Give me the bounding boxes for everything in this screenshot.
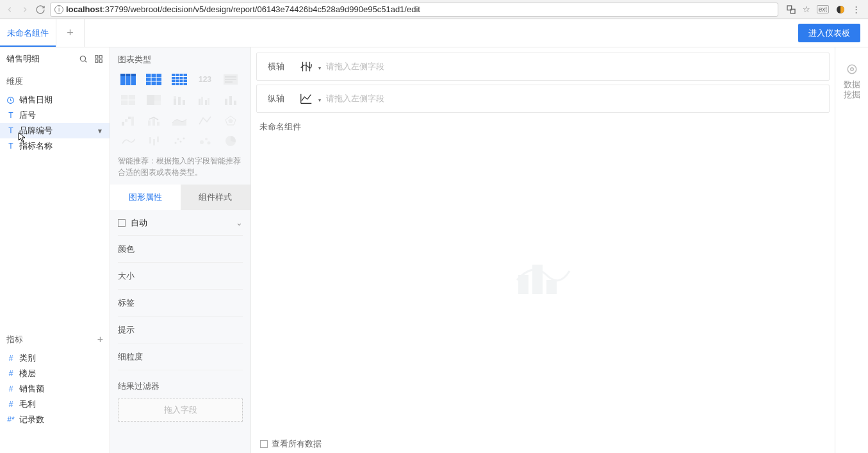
field-label: 记录数 [19, 414, 44, 425]
number-type-icon: # [6, 354, 15, 363]
grid-icon[interactable] [94, 54, 103, 63]
chart-type-treemap-icon[interactable] [143, 92, 164, 108]
tab-component-style[interactable]: 组件样式 [181, 185, 251, 210]
enter-dashboard-button[interactable]: 进入仪表板 [798, 24, 860, 42]
field-label: 店号 [19, 110, 36, 121]
chart-type-waterfall-icon[interactable] [118, 113, 138, 128]
svg-rect-42 [205, 100, 207, 105]
shape-select[interactable]: 自动 ⌄ [118, 210, 243, 236]
prop-granularity[interactable]: 细粒度 [118, 343, 243, 370]
metric-field-row[interactable]: #*记录数 [0, 412, 110, 427]
svg-rect-43 [208, 98, 209, 105]
chart-type-radar-icon[interactable] [220, 113, 241, 128]
metric-field-row[interactable]: #楼层 [0, 366, 110, 381]
chart-type-group-table-icon[interactable] [118, 72, 138, 87]
number-type-icon: # [6, 400, 15, 409]
extension-icon[interactable]: ext [817, 5, 829, 13]
field-dropdown-caret-icon[interactable]: ▼ [97, 128, 103, 135]
data-mining-panel[interactable]: 数据 挖掘 [835, 47, 868, 453]
chart-type-bar-icon[interactable] [220, 92, 241, 108]
svg-rect-38 [178, 97, 181, 105]
dim-field-row[interactable]: T 品牌编号 ▼ [0, 123, 110, 138]
show-all-data-row[interactable]: 查看所有数据 [256, 435, 830, 453]
svg-rect-49 [128, 117, 131, 119]
prop-color[interactable]: 颜色 [118, 236, 243, 263]
chart-type-cross-table-icon[interactable] [143, 72, 164, 87]
translate-icon[interactable] [786, 4, 796, 15]
svg-rect-52 [152, 119, 155, 126]
search-icon[interactable] [79, 54, 88, 63]
chart-type-bubble-icon[interactable] [195, 133, 215, 149]
svg-rect-57 [153, 139, 155, 145]
metric-field-row[interactable]: #销售额 [0, 381, 110, 397]
prop-tooltip[interactable]: 提示 [118, 317, 243, 343]
empty-chart-placeholder-icon [514, 256, 572, 297]
chart-type-line-icon[interactable] [118, 133, 138, 149]
svg-point-75 [848, 65, 856, 74]
prop-label[interactable]: 标签 [118, 290, 243, 317]
dim-field-row[interactable]: 销售日期 [0, 92, 110, 108]
svg-rect-51 [148, 120, 151, 126]
chart-type-area-icon[interactable] [169, 113, 190, 128]
x-axis-metric-icon[interactable]: ▾ [295, 60, 317, 74]
show-all-data-label: 查看所有数据 [272, 438, 322, 450]
bookmark-star-icon[interactable]: ☆ [803, 4, 810, 14]
chart-type-partition-icon[interactable] [118, 92, 138, 108]
chart-type-scatter-icon[interactable] [169, 133, 190, 149]
svg-point-3 [80, 56, 85, 61]
svg-marker-55 [228, 119, 233, 123]
svg-point-61 [180, 141, 182, 143]
tab-graphic-props[interactable]: 图形属性 [110, 185, 181, 210]
result-filter-dropzone[interactable]: 拖入字段 [118, 399, 243, 422]
reload-icon[interactable] [35, 4, 46, 15]
component-tab[interactable]: 未命名组件 [0, 19, 56, 47]
nav-back-icon[interactable] [4, 4, 15, 15]
metric-field-row[interactable]: #毛利 [0, 397, 110, 412]
chrome-menu-icon[interactable]: ⋮ [852, 4, 860, 14]
prop-size[interactable]: 大小 [118, 263, 243, 290]
field-label: 楼层 [19, 368, 36, 379]
svg-rect-11 [120, 74, 136, 76]
chart-type-line-peak-icon[interactable] [195, 113, 215, 128]
chart-type-text-icon[interactable] [220, 72, 241, 87]
chart-type-kpi-icon[interactable]: 123 [195, 72, 215, 87]
dim-field-row[interactable]: T 店号 [0, 108, 110, 123]
number-type-icon: # [6, 384, 15, 393]
add-metric-button[interactable]: + [97, 334, 103, 345]
text-type-icon: T [6, 111, 15, 120]
address-bar[interactable]: i localhost:37799/webroot/decision/v5/de… [50, 3, 778, 17]
chart-type-title: 图表类型 [110, 47, 250, 72]
svg-rect-46 [234, 101, 236, 105]
chevron-down-icon: ⌄ [236, 218, 243, 227]
svg-rect-40 [199, 99, 201, 105]
metric-field-row[interactable]: #类别 [0, 350, 110, 366]
nav-forward-icon[interactable] [19, 4, 31, 15]
text-type-icon: T [6, 126, 15, 135]
x-axis-shelf[interactable]: 横轴 ▾ 请拖入左侧字段 [256, 53, 830, 81]
add-tab-button[interactable]: + [56, 19, 85, 47]
canvas-title[interactable]: 未命名组件 [257, 117, 829, 136]
svg-rect-47 [122, 122, 124, 126]
svg-rect-14 [146, 74, 161, 85]
svg-rect-28 [225, 79, 236, 80]
checkbox-icon[interactable] [260, 440, 268, 448]
orb-icon[interactable] [835, 4, 846, 15]
chart-type-combo-icon[interactable] [143, 113, 164, 128]
chart-type-range-bar-icon[interactable] [143, 133, 164, 149]
svg-rect-36 [174, 99, 176, 105]
svg-rect-53 [157, 122, 160, 126]
svg-rect-50 [131, 117, 134, 126]
dim-field-row[interactable]: T 指标名称 [0, 138, 110, 154]
chart-type-multi-bar-icon[interactable] [195, 92, 215, 108]
y-axis-shelf[interactable]: 纵轴 ▾ 请拖入左侧字段 [256, 85, 830, 113]
chart-type-stacked-bar-icon[interactable] [169, 92, 190, 108]
chart-type-list-table-icon[interactable] [169, 72, 190, 87]
site-info-icon[interactable]: i [54, 5, 63, 14]
table-name: 销售明细 [6, 53, 40, 65]
y-axis-metric-icon[interactable]: ▾ [295, 92, 317, 106]
browser-chrome: i localhost:37799/webroot/decision/v5/de… [0, 0, 868, 19]
axis-dropdown-caret-icon: ▾ [318, 65, 321, 71]
chart-type-pie-icon[interactable] [220, 133, 241, 149]
component-tab-label: 未命名组件 [7, 28, 49, 39]
svg-point-64 [205, 138, 208, 140]
